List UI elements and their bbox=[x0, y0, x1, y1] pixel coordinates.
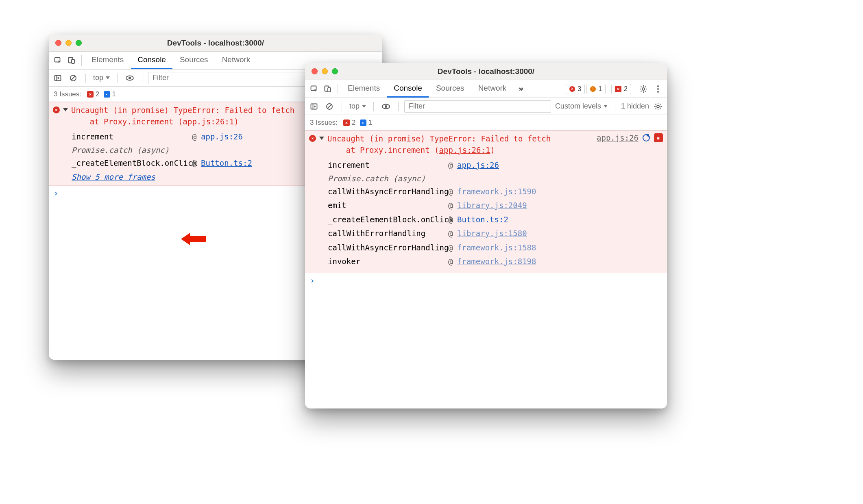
svg-line-19 bbox=[641, 91, 642, 91]
svg-rect-3 bbox=[55, 75, 61, 80]
more-tabs-icon[interactable]: » bbox=[514, 83, 527, 96]
inspect-icon[interactable] bbox=[307, 83, 320, 96]
source-link[interactable]: library.js:2049 bbox=[457, 200, 663, 211]
svg-point-8 bbox=[129, 77, 131, 79]
warning-count-badge[interactable]: !1 bbox=[586, 84, 606, 94]
async-boundary: Promise.catch (async) bbox=[328, 172, 663, 185]
stack-frame: callWithErrorHandling@library.js:1580 bbox=[328, 226, 663, 241]
close-window-button[interactable] bbox=[312, 68, 318, 74]
svg-rect-11 bbox=[328, 88, 331, 92]
at-symbol: @ bbox=[448, 256, 455, 267]
svg-line-36 bbox=[660, 108, 660, 109]
clear-console-icon[interactable] bbox=[67, 72, 80, 85]
hidden-count[interactable]: 1 hidden bbox=[621, 102, 649, 111]
source-link[interactable]: framework.js:1590 bbox=[457, 186, 663, 198]
tab-console[interactable]: Console bbox=[387, 80, 429, 98]
console-prompt[interactable]: › bbox=[305, 273, 667, 288]
feedback-icon[interactable]: ▪ bbox=[654, 133, 663, 142]
source-link[interactable]: app.js:26:1 bbox=[439, 146, 490, 154]
disclosure-triangle-icon[interactable] bbox=[319, 137, 324, 142]
svg-line-37 bbox=[656, 108, 656, 109]
error-icon: × bbox=[309, 135, 316, 142]
info-icon: ▪ bbox=[104, 91, 110, 98]
minimize-window-button[interactable] bbox=[65, 40, 72, 46]
maximize-window-button[interactable] bbox=[332, 68, 338, 74]
context-selector[interactable]: top bbox=[348, 102, 368, 111]
source-link[interactable]: framework.js:1588 bbox=[457, 242, 663, 254]
tab-sources[interactable]: Sources bbox=[173, 52, 215, 69]
at-symbol: @ bbox=[192, 157, 198, 169]
frame-function: callWithErrorHandling bbox=[328, 228, 446, 239]
device-toolbar-icon[interactable] bbox=[321, 83, 334, 96]
frame-function: _createElementBlock.onClick bbox=[72, 157, 190, 169]
close-window-button[interactable] bbox=[55, 40, 61, 46]
issues-bar[interactable]: 3 Issues: ×2 ▪1 bbox=[305, 115, 667, 130]
titlebar[interactable]: DevTools - localhost:3000/ bbox=[305, 63, 667, 80]
frame-function: callWithAsyncErrorHandling bbox=[328, 186, 446, 198]
settings-icon[interactable] bbox=[637, 83, 650, 96]
stack-frame: callWithAsyncErrorHandling@framework.js:… bbox=[328, 241, 663, 255]
source-link[interactable]: library.js:1580 bbox=[457, 228, 663, 239]
error-message: Uncaught (in promise) TypeError: Failed … bbox=[327, 133, 593, 156]
disclosure-triangle-icon[interactable] bbox=[63, 108, 68, 114]
svg-point-23 bbox=[657, 91, 659, 93]
at-symbol: @ bbox=[448, 159, 455, 171]
stack-frame: increment@app.js:26 bbox=[328, 158, 663, 172]
live-expression-icon[interactable] bbox=[379, 100, 392, 113]
frame-function: increment bbox=[72, 131, 190, 143]
restart-frame-icon[interactable] bbox=[643, 134, 650, 141]
svg-line-38 bbox=[660, 104, 660, 104]
chevron-down-icon bbox=[362, 105, 366, 108]
source-link[interactable]: app.js:26 bbox=[597, 133, 639, 142]
source-link[interactable]: app.js:26:1 bbox=[183, 117, 234, 126]
at-symbol: @ bbox=[448, 228, 455, 239]
clear-console-icon[interactable] bbox=[323, 100, 336, 113]
svg-line-20 bbox=[645, 86, 646, 87]
device-toolbar-icon[interactable] bbox=[65, 54, 78, 67]
issues-label: 3 Issues: bbox=[54, 90, 81, 98]
show-more-frames-link[interactable]: Show 5 more frames bbox=[72, 172, 155, 181]
svg-line-6 bbox=[71, 76, 75, 80]
svg-point-29 bbox=[385, 105, 387, 108]
error-count-badge[interactable]: ×3 bbox=[566, 84, 585, 94]
sidebar-toggle-icon[interactable] bbox=[51, 72, 64, 85]
frame-function: callWithAsyncErrorHandling bbox=[328, 242, 446, 254]
error-icon: × bbox=[343, 119, 350, 126]
error-icon: × bbox=[53, 106, 60, 113]
titlebar[interactable]: DevTools - localhost:3000/ bbox=[49, 35, 382, 52]
tab-elements[interactable]: Elements bbox=[85, 52, 130, 69]
frame-function: _createElementBlock.onClick bbox=[328, 214, 446, 226]
tab-sources[interactable]: Sources bbox=[429, 80, 471, 98]
svg-rect-2 bbox=[72, 59, 74, 63]
sidebar-toggle-icon[interactable] bbox=[307, 100, 320, 113]
minimize-window-button[interactable] bbox=[322, 68, 328, 74]
log-levels-selector[interactable]: Custom levels bbox=[554, 102, 609, 111]
frame-function: emit bbox=[328, 200, 446, 211]
at-symbol: @ bbox=[192, 131, 198, 143]
stack-frame: _createElementBlock.onClick@Button.ts:2 bbox=[328, 213, 663, 227]
chevron-down-icon bbox=[106, 76, 110, 79]
maximize-window-button[interactable] bbox=[76, 40, 82, 46]
error-entry[interactable]: × Uncaught (in promise) TypeError: Faile… bbox=[305, 130, 667, 273]
inspect-icon[interactable] bbox=[51, 54, 64, 67]
svg-point-22 bbox=[657, 88, 659, 90]
tab-console[interactable]: Console bbox=[131, 52, 172, 69]
live-expression-icon[interactable] bbox=[123, 72, 136, 85]
devtools-window-expanded: DevTools - localhost:3000/ Elements Cons… bbox=[305, 63, 667, 408]
settings-icon[interactable] bbox=[652, 100, 665, 113]
source-link[interactable]: app.js:26 bbox=[457, 159, 663, 171]
at-symbol: @ bbox=[448, 242, 455, 254]
svg-line-27 bbox=[327, 104, 331, 109]
tab-elements[interactable]: Elements bbox=[341, 80, 386, 98]
tab-network[interactable]: Network bbox=[216, 52, 257, 69]
source-link[interactable]: Button.ts:2 bbox=[457, 214, 663, 226]
console-output: × Uncaught (in promise) TypeError: Faile… bbox=[305, 130, 667, 408]
issues-badge[interactable]: ×2 bbox=[611, 84, 631, 94]
chevron-down-icon bbox=[604, 105, 608, 108]
context-selector[interactable]: top bbox=[92, 74, 111, 82]
svg-line-35 bbox=[656, 104, 656, 104]
kebab-menu-icon[interactable] bbox=[652, 83, 665, 96]
tab-network[interactable]: Network bbox=[472, 80, 513, 98]
source-link[interactable]: framework.js:8198 bbox=[457, 256, 663, 267]
filter-input[interactable] bbox=[404, 100, 551, 113]
